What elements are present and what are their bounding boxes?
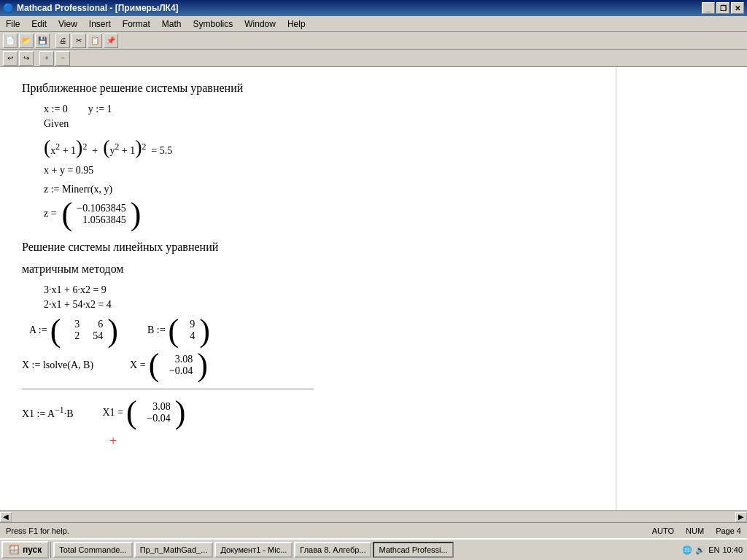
redo-button[interactable]: ↪ bbox=[19, 51, 34, 66]
systray: 🌐 🔊 EN 10:40 bbox=[682, 545, 746, 555]
B-row1: 9 bbox=[183, 319, 195, 330]
new-button[interactable]: 📄 bbox=[3, 34, 18, 48]
taskbar-app-1-label: Total Commande... bbox=[59, 545, 126, 554]
taskbar-app-4-label: Глава 8. Алгебр... bbox=[300, 545, 365, 554]
paste-button[interactable]: 📌 bbox=[104, 34, 118, 48]
given-keyword: Given bbox=[44, 118, 594, 130]
save-button[interactable]: 💾 bbox=[35, 34, 50, 48]
paren-close-2: ) bbox=[135, 136, 142, 158]
start-button[interactable]: 🪟 пуск bbox=[1, 541, 49, 559]
X-right-paren: ) bbox=[197, 351, 208, 380]
zoom-in-button[interactable]: + bbox=[39, 51, 54, 66]
undo-button[interactable]: ↩ bbox=[3, 51, 18, 66]
taskbar-app-5[interactable]: Mathcad Professi... bbox=[373, 542, 453, 558]
menu-window[interactable]: Window bbox=[239, 18, 282, 31]
section2-block: Решение системы линейных уравнений матри… bbox=[22, 241, 594, 276]
horizontal-scrollbar[interactable]: ◀ ▶ bbox=[0, 510, 747, 522]
X-r1: 3.08 bbox=[163, 354, 193, 365]
X1-left-paren: ( bbox=[126, 398, 137, 427]
X-left-paren: ( bbox=[149, 351, 160, 380]
B-right-paren: ) bbox=[199, 316, 210, 346]
menu-edit[interactable]: Edit bbox=[26, 18, 53, 31]
taskbar-app-2[interactable]: Пр_п_МathGad_... bbox=[134, 542, 214, 558]
taskbar: 🪟 пуск Total Commande... Пр_п_МathGad_..… bbox=[0, 538, 747, 560]
A-right-paren: ) bbox=[107, 316, 118, 346]
X1-right-paren: ) bbox=[175, 398, 186, 427]
paren-close-1: ) bbox=[76, 136, 82, 158]
document-scroll[interactable]: Приближенное решение системы уравнений x… bbox=[0, 67, 616, 510]
lang-indicator: EN bbox=[708, 545, 719, 554]
X-matrix: ( 3.08 −0.04 ) bbox=[149, 351, 208, 380]
scroll-right-button[interactable]: ▶ bbox=[735, 512, 747, 522]
copy-button[interactable]: 📋 bbox=[88, 34, 102, 48]
open-button[interactable]: 📂 bbox=[19, 34, 34, 48]
z-cells: −0.1063845 1.0563845 bbox=[72, 201, 130, 228]
init-values: x := 0 y := 1 bbox=[44, 104, 594, 115]
cut-button[interactable]: ✂ bbox=[71, 34, 86, 48]
status-help-text: Press F1 for help. bbox=[6, 526, 652, 535]
A-r2c1: 2 bbox=[65, 330, 80, 342]
title-bar: 🔵 Mathcad Professional - [ПримерыЛК4] _ … bbox=[0, 0, 747, 16]
taskbar-app-1[interactable]: Total Commande... bbox=[53, 542, 132, 558]
B-cells: 9 4 bbox=[179, 317, 199, 343]
A-row1: 3 6 bbox=[65, 319, 103, 330]
A-r1c1: 3 bbox=[65, 319, 80, 330]
scroll-left-button[interactable]: ◀ bbox=[0, 512, 12, 522]
X-result: X = ( 3.08 −0.04 ) bbox=[130, 351, 208, 380]
lsolve-block: X := lsolve(A, B) X = ( 3.08 −0.04 bbox=[22, 351, 594, 380]
status-bar: Press F1 for help. AUTO NUM Page 4 bbox=[0, 522, 747, 538]
B-r2: 4 bbox=[183, 330, 195, 342]
B-def-block: B := ( 9 4 ) bbox=[147, 316, 210, 346]
document-wrapper: Приближенное решение системы уравнений x… bbox=[0, 67, 747, 510]
z-val2: 1.0563845 bbox=[82, 214, 126, 226]
B-matrix: ( 9 4 ) bbox=[169, 316, 210, 346]
menu-help[interactable]: Help bbox=[282, 18, 311, 31]
taskbar-app-3[interactable]: Документ1 - Mic... bbox=[214, 542, 293, 558]
scroll-track-h bbox=[12, 512, 735, 522]
restore-button[interactable]: ❐ bbox=[716, 2, 729, 14]
X-row2: −0.04 bbox=[163, 365, 193, 377]
X1-def: X1 := A−1·B bbox=[22, 405, 73, 420]
print-button[interactable]: 🖨 bbox=[55, 34, 70, 48]
red-plus-block: + bbox=[22, 434, 594, 449]
taskbar-app-5-label: Mathcad Professi... bbox=[379, 545, 447, 554]
zoom-out-button[interactable]: − bbox=[55, 51, 70, 66]
close-button[interactable]: ✕ bbox=[731, 2, 744, 14]
z-val1: −0.1063845 bbox=[77, 203, 125, 214]
A-left-paren: ( bbox=[50, 316, 61, 346]
taskbar-app-2-label: Пр_п_МathGad_... bbox=[140, 545, 208, 554]
menu-insert[interactable]: Insert bbox=[83, 18, 117, 31]
status-auto: AUTO bbox=[652, 526, 674, 535]
z-row1: −0.1063845 bbox=[77, 203, 125, 214]
taskbar-divider bbox=[50, 542, 52, 558]
A-matrix: ( 3 6 2 54 ) bbox=[50, 316, 118, 346]
init-x: x := 0 bbox=[44, 104, 68, 114]
X1-block: X1 := A−1·B X1 = ( 3.08 −0.04 bbox=[22, 398, 594, 427]
document-content: Приближенное решение системы уравнений x… bbox=[0, 67, 616, 510]
network-icon: 🌐 bbox=[682, 545, 692, 555]
right-paren-z: ) bbox=[131, 200, 142, 229]
section2-subtitle: матричным методом bbox=[22, 262, 594, 276]
equation1: (x2 + 1)2 + (y2 + 1)2 = 5.5 bbox=[44, 137, 594, 158]
red-plus: + bbox=[109, 434, 117, 448]
status-num: NUM bbox=[686, 526, 704, 535]
AB-matrices: A := ( 3 6 2 54 bbox=[29, 316, 594, 346]
X-eq-label: X = bbox=[130, 359, 146, 371]
sys-eq2: 2·x1 + 54·x2 = 4 bbox=[44, 299, 594, 311]
minerr-def: z := Minerr(x, y) bbox=[44, 184, 594, 195]
minimize-button[interactable]: _ bbox=[702, 2, 715, 14]
A-r2c2: 54 bbox=[88, 330, 103, 342]
X1-matrix: ( 3.08 −0.04 ) bbox=[126, 398, 185, 427]
menu-symbolics[interactable]: Symbolics bbox=[187, 18, 239, 31]
menu-math[interactable]: Math bbox=[156, 18, 187, 31]
menu-file[interactable]: File bbox=[0, 18, 26, 31]
title-bar-left: 🔵 Mathcad Professional - [ПримерыЛК4] bbox=[3, 3, 179, 13]
menu-view[interactable]: View bbox=[53, 18, 83, 31]
B-r1: 9 bbox=[183, 319, 195, 330]
menu-format[interactable]: Format bbox=[117, 18, 156, 31]
taskbar-app-4[interactable]: Глава 8. Алгебр... bbox=[294, 542, 371, 558]
init-y: y := 1 bbox=[88, 104, 112, 114]
B-def-label: B := bbox=[147, 324, 166, 336]
X1-row2: −0.04 bbox=[142, 413, 171, 424]
X1-r2: −0.04 bbox=[142, 413, 171, 424]
